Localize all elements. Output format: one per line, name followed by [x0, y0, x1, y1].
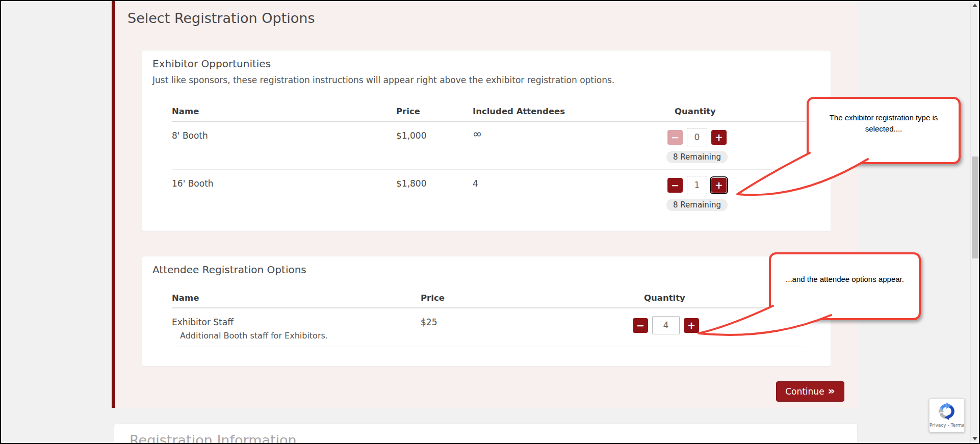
callout-attendee-appear: ...and the attendee options appear. — [769, 252, 921, 320]
registration-information-card: Registration Information — [114, 424, 858, 444]
exhibitor-opportunities-card: Exhibitor Opportunities Just like sponso… — [142, 50, 831, 231]
scrollbar-thumb[interactable] — [972, 156, 978, 258]
decrease-quantity-button[interactable]: − — [667, 178, 683, 193]
quantity-input[interactable] — [652, 316, 680, 334]
option-description: Additional Booth staff for Exhibitors. — [172, 331, 421, 341]
continue-button-label: Continue — [785, 386, 824, 397]
quantity-stepper: − + — [633, 316, 699, 341]
column-header-name: Name — [172, 107, 396, 116]
table-row: Exhibitor Staff Additional Booth staff f… — [172, 308, 806, 347]
attendee-section-title: Attendee Registration Options — [152, 264, 820, 276]
table-row: 8' Booth $1,000 ∞ − + 8 Remaining — [172, 122, 806, 170]
decrease-quantity-button[interactable]: − — [667, 130, 683, 145]
recaptcha-links: Privacy - Terms — [930, 423, 964, 428]
remaining-badge: 8 Remaining — [666, 199, 728, 211]
exhibitor-table-header: Name Price Included Attendees Quantity — [172, 107, 806, 122]
increase-quantity-button[interactable]: + — [711, 130, 727, 145]
scroll-down-arrow-icon[interactable] — [972, 437, 977, 440]
decrease-quantity-button[interactable]: − — [633, 318, 648, 333]
option-name: Exhibitor Staff — [172, 317, 421, 327]
table-row: 16' Booth $1,800 4 − + 8 Remaining — [172, 170, 806, 211]
double-chevron-right-icon: » — [828, 385, 835, 397]
callout-text: The exhibitor registration type is selec… — [822, 112, 945, 135]
column-header-name: Name — [172, 293, 421, 303]
registration-information-title: Registration Information — [130, 432, 842, 444]
column-header-included-attendees: Included Attendees — [473, 107, 663, 116]
option-name: 8' Booth — [172, 130, 396, 163]
column-header-price: Price — [396, 107, 473, 116]
option-price: $1,800 — [396, 178, 473, 211]
increase-quantity-button[interactable]: + — [711, 178, 727, 193]
quantity-stepper: − + 8 Remaining — [666, 176, 728, 211]
attendee-options-card: Attendee Registration Options Name Price… — [142, 256, 831, 367]
callout-exhibitor-selected: The exhibitor registration type is selec… — [807, 97, 961, 164]
quantity-input[interactable] — [687, 128, 707, 146]
privacy-link[interactable]: Privacy — [930, 423, 946, 428]
recaptcha-logo-icon — [936, 401, 958, 422]
callout-text: ...and the attendee options appear. — [786, 274, 904, 285]
exhibitor-section-title: Exhibitor Opportunities — [152, 58, 820, 70]
continue-button[interactable]: Continue » — [776, 381, 844, 402]
recaptcha-badge[interactable]: Privacy - Terms — [929, 399, 965, 432]
registration-page: Select Registration Options Exhibitor Op… — [0, 0, 980, 444]
scroll-up-arrow-icon[interactable] — [972, 4, 977, 7]
option-price: $25 — [421, 317, 633, 341]
option-name: 16' Booth — [172, 178, 396, 211]
remaining-badge: 8 Remaining — [666, 151, 728, 163]
vertical-scrollbar — [970, 1, 979, 443]
select-options-step: Select Registration Options Exhibitor Op… — [112, 0, 858, 408]
column-header-quantity: Quantity — [663, 107, 806, 116]
active-step-bar — [112, 0, 115, 408]
exhibitor-instructions: Just like sponsors, these registration i… — [152, 75, 820, 85]
included-attendees-value: ∞ — [473, 130, 663, 163]
increase-quantity-button[interactable]: + — [684, 318, 699, 333]
terms-link[interactable]: Terms — [951, 423, 965, 428]
attendee-table: Name Price Quantity Exhibitor Staff Addi… — [172, 293, 806, 347]
quantity-stepper: − + 8 Remaining — [666, 128, 728, 163]
option-price: $1,000 — [396, 130, 473, 163]
included-attendees-value: 4 — [473, 178, 663, 211]
attendee-table-header: Name Price Quantity — [172, 293, 806, 308]
page-title: Select Registration Options — [127, 10, 315, 26]
column-header-price: Price — [421, 293, 633, 303]
exhibitor-table: Name Price Included Attendees Quantity 8… — [172, 107, 806, 211]
quantity-input[interactable] — [687, 176, 707, 194]
